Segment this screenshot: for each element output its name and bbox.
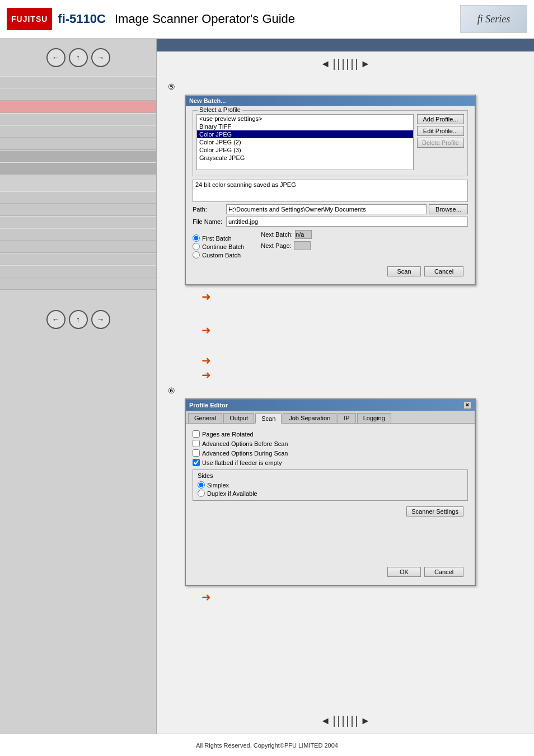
next-page-input[interactable]: [294, 241, 311, 250]
ok-button[interactable]: OK: [387, 567, 421, 577]
nav-tick-bottom: [343, 716, 344, 727]
nav-right-arrow-bottom[interactable]: ►: [360, 715, 371, 727]
sidebar-spacer: [0, 175, 156, 191]
profile-editor-body: Pages are Rotated Advanced Options Befor…: [186, 424, 475, 585]
use-flatbed-row: Use flatbed if feeder is empty: [193, 459, 468, 466]
nav-tick-bottom: [347, 716, 348, 727]
pages-rotated-checkbox[interactable]: [193, 430, 200, 438]
scanner-settings-button[interactable]: Scanner Settings: [406, 506, 463, 516]
profile-item[interactable]: Grayscale JPEG: [197, 154, 413, 162]
tab-job-separation[interactable]: Job Separation: [283, 413, 336, 423]
add-profile-button[interactable]: Add Profile...: [417, 114, 464, 124]
sidebar-item[interactable]: [0, 76, 156, 88]
sidebar-nav-top: ← ↑ →: [0, 39, 156, 76]
simplex-radio[interactable]: [198, 481, 205, 489]
use-flatbed-checkbox[interactable]: [193, 459, 200, 466]
sidebar-item[interactable]: [0, 253, 156, 265]
logo-text: FUJITSU: [11, 15, 48, 24]
nav-back-button-bottom[interactable]: ←: [46, 310, 65, 329]
first-batch-radio[interactable]: [193, 234, 200, 242]
nav-up-button[interactable]: ↑: [69, 48, 88, 67]
profile-area: <use preview settings> Binary TIFF Color…: [196, 114, 464, 172]
filename-input[interactable]: [226, 217, 468, 227]
profile-item[interactable]: <use preview settings>: [197, 115, 413, 123]
sidebar-item[interactable]: [0, 88, 156, 101]
footer-text: All Rights Reserved, Copyright©PFU LIMIT…: [196, 742, 338, 749]
sidebar-item[interactable]: [0, 113, 156, 125]
tab-output[interactable]: Output: [223, 413, 254, 423]
nav-up-button-bottom[interactable]: ↑: [69, 310, 88, 329]
first-batch-label: First Batch: [202, 235, 232, 242]
nav-forward-button[interactable]: →: [91, 48, 110, 67]
next-batch-input[interactable]: [295, 230, 312, 239]
spacer: [168, 308, 523, 319]
advanced-during-scan-checkbox[interactable]: [193, 449, 200, 457]
delete-profile-button[interactable]: Delete Profile: [417, 138, 464, 148]
dialog-buttons: Scan Cancel: [193, 263, 468, 280]
scanner-settings-row: Scanner Settings: [193, 504, 468, 519]
profile-item[interactable]: Binary TIFF: [197, 123, 413, 130]
advanced-before-scan-row: Advanced Options Before Scan: [193, 440, 468, 447]
step6-number: ⑥: [168, 386, 523, 395]
nav-left-arrow[interactable]: ◄: [320, 58, 330, 70]
nav-left-arrow-bottom[interactable]: ◄: [320, 715, 330, 727]
tab-general[interactable]: General: [188, 413, 222, 423]
nav-forward-button-bottom[interactable]: →: [91, 310, 110, 329]
model-name: fi-5110C: [58, 12, 106, 26]
sidebar-item[interactable]: [0, 191, 156, 204]
sidebar-item[interactable]: [0, 228, 156, 241]
profile-list[interactable]: <use preview settings> Binary TIFF Color…: [196, 114, 414, 170]
sidebar-item[interactable]: [0, 278, 156, 290]
fujitsu-logo: FUJITSU: [7, 8, 52, 30]
profile-item[interactable]: Color JPEG (3): [197, 146, 413, 154]
browse-button[interactable]: Browse...: [429, 204, 468, 214]
cancel-button[interactable]: Cancel: [424, 266, 463, 276]
dialog-titlebar: New Batch...: [186, 96, 475, 106]
sidebar-item[interactable]: [0, 204, 156, 216]
path-input[interactable]: [226, 204, 427, 214]
nav-right-arrow[interactable]: ►: [360, 58, 371, 70]
profile-item[interactable]: Color JPEG (2): [197, 138, 413, 146]
first-batch-radio-row: First Batch: [193, 234, 244, 242]
arrow-right-5: ➜: [202, 590, 523, 604]
nav-back-button[interactable]: ←: [46, 48, 65, 67]
scan-button[interactable]: Scan: [387, 266, 421, 276]
sidebar-item[interactable]: [0, 265, 156, 278]
content-area: ◄ ► ⑤ New Batch... Select a Profile: [157, 39, 534, 734]
sidebar-item-active[interactable]: [0, 101, 156, 113]
arrow-right-1: ➜: [202, 290, 523, 303]
profile-buttons: Add Profile... Edit Profile... Delete Pr…: [417, 114, 464, 172]
sidebar-item[interactable]: [0, 125, 156, 138]
profile-editor-title: Profile Editor: [189, 402, 228, 408]
custom-batch-radio-row: Custom Batch: [193, 251, 244, 259]
profile-item-selected[interactable]: Color JPEG: [197, 130, 413, 138]
tab-scan[interactable]: Scan: [255, 414, 282, 424]
sidebar-item[interactable]: [0, 150, 156, 162]
profile-editor-close-button[interactable]: ✕: [463, 401, 471, 409]
cancel-button-editor[interactable]: Cancel: [424, 567, 463, 577]
description-area: 24 bit color scanning saved as JPEG: [193, 180, 468, 202]
sidebar-item[interactable]: [0, 241, 156, 253]
advanced-before-scan-checkbox[interactable]: [193, 440, 200, 447]
sidebar-item[interactable]: [0, 138, 156, 150]
fi-series-text: fi Series: [477, 13, 510, 25]
profile-editor-buttons: OK Cancel: [193, 564, 468, 580]
path-field-row: Path: Browse...: [193, 204, 468, 214]
sidebar-item[interactable]: [0, 162, 156, 175]
continue-batch-label: Continue Batch: [202, 243, 244, 250]
tab-ip[interactable]: IP: [338, 413, 355, 423]
select-profile-section: Select a Profile <use preview settings> …: [193, 110, 468, 176]
nav-tick-bottom: [334, 716, 335, 727]
sidebar: ← ↑ → ← ↑: [0, 39, 157, 734]
tab-logging[interactable]: Logging: [357, 413, 391, 423]
continue-batch-radio-row: Continue Batch: [193, 243, 244, 250]
nav-tick: [338, 59, 339, 70]
sidebar-item[interactable]: [0, 216, 156, 228]
continue-batch-radio[interactable]: [193, 243, 200, 250]
next-page-label: Next Page:: [261, 242, 291, 249]
edit-profile-button[interactable]: Edit Profile...: [417, 126, 464, 136]
step5-number: ⑤: [168, 82, 523, 91]
duplex-radio[interactable]: [198, 490, 205, 497]
simplex-label: Simplex: [207, 482, 229, 489]
custom-batch-radio[interactable]: [193, 251, 200, 259]
